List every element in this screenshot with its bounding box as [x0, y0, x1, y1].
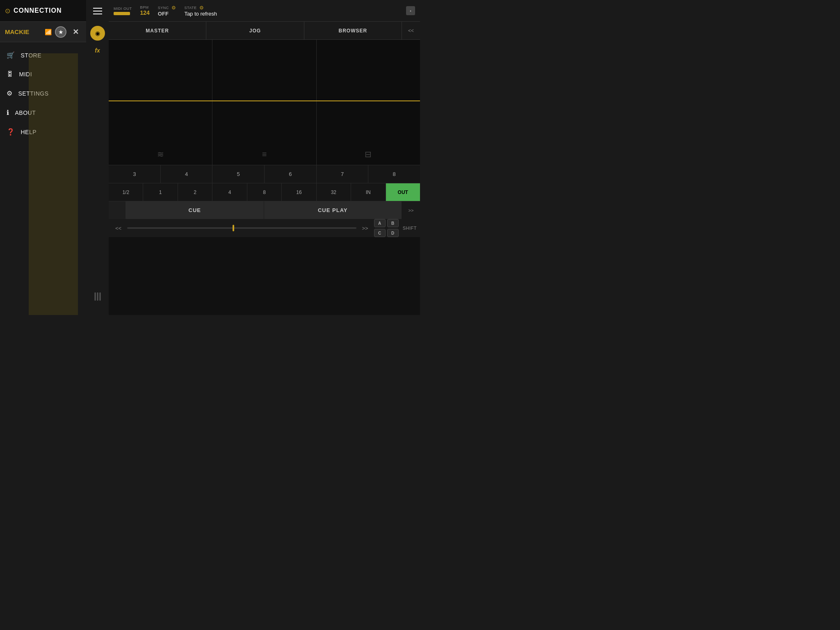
cue-small-left-button[interactable] [109, 201, 126, 219]
sidebar-overlay [29, 53, 78, 315]
info-icon: ℹ [7, 109, 9, 116]
grid-cell-bot-2: ≡ [212, 101, 316, 165]
grid-area: ≋ ≡ ⊟ 3 4 5 6 7 8 1/2 1 2 4 8 16 32 [109, 40, 420, 315]
grid-cell-bot-1: ≋ [109, 101, 212, 165]
abcd-b-button[interactable]: B [387, 219, 399, 227]
bpm-section: BPM 124 [140, 5, 150, 16]
store-icon: 🛒 [7, 51, 15, 59]
division-row: 1/2 1 2 4 8 16 32 IN OUT [109, 183, 420, 201]
num-btn-8[interactable]: 8 [368, 165, 420, 183]
abcd-c-button[interactable]: C [374, 229, 386, 237]
tab-jog[interactable]: JOG [206, 22, 304, 39]
abcd-top-row: A B [374, 219, 399, 227]
connection-icon: ⊙ [5, 7, 10, 15]
nav-left-button[interactable]: << [112, 225, 125, 231]
sync-section: SYNC ⚙ OFF [158, 5, 176, 17]
sync-gear-icon: ⚙ [171, 5, 176, 11]
div-btn-in[interactable]: IN [351, 183, 386, 201]
div-btn-half[interactable]: 1/2 [109, 183, 143, 201]
wifi-icon: 📶 [45, 29, 52, 35]
grid-cell-top-1 [109, 40, 212, 100]
device-name: MACKIE [5, 28, 41, 35]
nav-slider-thumb [233, 225, 234, 231]
grid-bottom-row: ≋ ≡ ⊟ [109, 101, 420, 165]
midi-out-section: MIDI OUT [114, 7, 132, 15]
state-value: Tap to refresh [184, 11, 217, 17]
div-btn-32[interactable]: 32 [317, 183, 351, 201]
bpm-value: 124 [140, 9, 150, 16]
cue-row: CUE CUE PLAY >> [109, 201, 420, 219]
num-btn-3[interactable]: 3 [109, 165, 161, 183]
abcd-group: A B C D [374, 219, 399, 237]
state-section: STATE ⚙ Tap to refresh [184, 5, 217, 17]
midi-out-label: MIDI OUT [114, 7, 132, 11]
abcd-d-button[interactable]: D [387, 229, 399, 237]
tab-bar: MASTER JOG BROWSER << [109, 22, 420, 40]
div-btn-out[interactable]: OUT [386, 183, 420, 201]
cell-symbol-1: ≋ [157, 149, 164, 159]
div-btn-2[interactable]: 2 [178, 183, 212, 201]
sidebar-header: ⊙ CONNECTION [0, 0, 86, 22]
nav-right-button[interactable]: >> [359, 225, 372, 231]
midi-out-indicator [114, 12, 130, 15]
settings-icon: ⚙ [7, 89, 13, 97]
num-btn-6[interactable]: 6 [265, 165, 317, 183]
nav-slider-track[interactable] [127, 227, 356, 229]
shift-button[interactable]: SHIFT [403, 226, 417, 231]
sidebar: ⊙ CONNECTION MACKIE 📶 ★ ✕ 🛒 STORE 🎛 MIDI… [0, 0, 86, 315]
connection-label: CONNECTION [14, 7, 62, 14]
sync-label: SYNC ⚙ [158, 5, 176, 11]
cell-symbol-3: ⊟ [365, 149, 372, 159]
vertical-bars-icon [94, 292, 100, 301]
help-icon: ❓ [7, 128, 15, 136]
grid-cell-top-2 [212, 40, 316, 100]
eye-icon: ◉ [95, 30, 100, 37]
grid-cell-bot-3: ⊟ [317, 101, 420, 165]
menu-toggle-button[interactable] [86, 0, 109, 22]
state-label: STATE ⚙ [184, 5, 204, 11]
nav-row: << >> A B C D SHIFT [109, 219, 420, 237]
cue-extra-right[interactable]: >> [402, 201, 420, 219]
number-row: 3 4 5 6 7 8 [109, 165, 420, 183]
left-panel: ◉ fx [86, 22, 109, 315]
num-btn-5[interactable]: 5 [212, 165, 265, 183]
tab-nav-left[interactable]: << [402, 22, 420, 39]
top-bar: MIDI OUT BPM 124 SYNC ⚙ OFF STATE ⚙ Tap … [109, 0, 420, 22]
sync-value: OFF [158, 11, 169, 17]
eye-button[interactable]: ◉ [90, 26, 105, 41]
main-content: MASTER JOG BROWSER << ≋ ≡ ⊟ [109, 22, 420, 315]
div-btn-16[interactable]: 16 [282, 183, 316, 201]
div-btn-8[interactable]: 8 [247, 183, 282, 201]
midi-icon: 🎛 [7, 71, 14, 78]
grid-cell-top-3 [317, 40, 420, 100]
num-btn-4[interactable]: 4 [161, 165, 213, 183]
num-btn-7[interactable]: 7 [317, 165, 369, 183]
tab-browser[interactable]: BROWSER [304, 22, 402, 39]
bpm-label: BPM [140, 5, 149, 9]
hamburger-icon [93, 8, 102, 14]
cue-play-button[interactable]: CUE PLAY [264, 201, 402, 219]
div-btn-1[interactable]: 1 [143, 183, 178, 201]
abcd-bottom-row: C D [374, 229, 399, 237]
close-button[interactable]: ✕ [70, 26, 81, 38]
cell-symbol-2: ≡ [262, 150, 267, 159]
favorite-button[interactable]: ★ [55, 26, 66, 38]
grid-top-row [109, 40, 420, 101]
device-bar: MACKIE 📶 ★ ✕ [0, 22, 86, 42]
state-gear-icon: ⚙ [199, 5, 204, 11]
tab-master[interactable]: MASTER [109, 22, 206, 39]
top-settings-button[interactable]: ▪ [406, 6, 415, 15]
fx-button[interactable]: fx [95, 47, 100, 54]
cue-button[interactable]: CUE [126, 201, 264, 219]
abcd-a-button[interactable]: A [374, 219, 386, 227]
div-btn-4[interactable]: 4 [212, 183, 247, 201]
